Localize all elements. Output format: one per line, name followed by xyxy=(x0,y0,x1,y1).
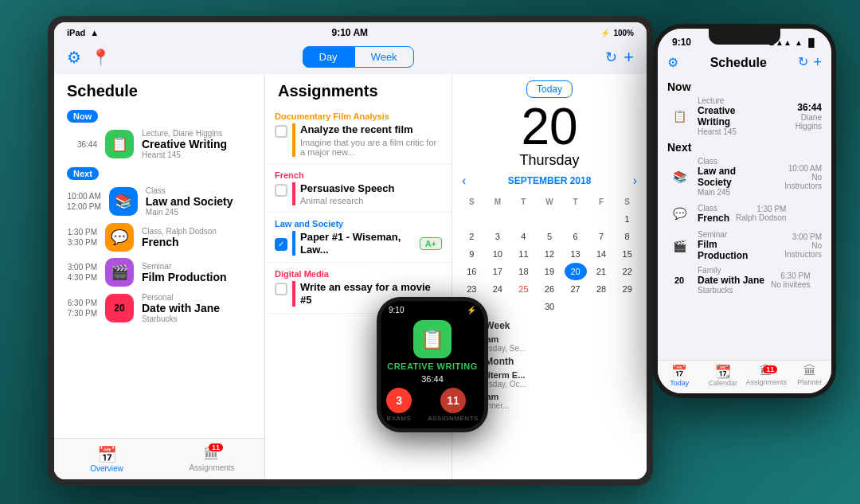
cal-day-12[interactable]: 12 xyxy=(538,245,561,263)
exam2-title: Exam xyxy=(475,392,637,401)
next-month-button[interactable]: › xyxy=(633,174,637,188)
cal-day-9[interactable]: 9 xyxy=(460,245,483,263)
cal-day-18[interactable]: 18 xyxy=(512,263,534,280)
schedule-name: Creative Writing xyxy=(142,138,252,150)
schedule-item-film[interactable]: 3:00 PM4:30 PM 🎬 Seminar Film Production xyxy=(54,255,264,290)
schedule-subtitle: Lecture, Diane Higgins xyxy=(142,129,252,138)
today-button[interactable]: Today xyxy=(526,80,573,98)
week-tab-button[interactable]: Week xyxy=(354,46,414,68)
cal-day-16[interactable]: 16 xyxy=(460,263,483,280)
cal-day-10[interactable]: 10 xyxy=(487,245,509,263)
location-icon[interactable]: 📍 xyxy=(91,48,111,67)
planner-tab-label: Planner xyxy=(797,378,822,386)
iphone-battery-icon: ▐▌ xyxy=(806,38,817,47)
cal-day-4[interactable]: 4 xyxy=(512,228,534,245)
schedule-item-law[interactable]: 10:00 AM12:00 PM 📚 Class Law and Society… xyxy=(54,183,264,220)
assignment-check-digital[interactable] xyxy=(275,283,287,295)
cal-day[interactable] xyxy=(512,210,534,228)
iphone-add-icon[interactable]: + xyxy=(813,54,822,71)
cal-day-26[interactable]: 26 xyxy=(538,280,561,298)
sync-icon[interactable]: ↻ xyxy=(605,49,617,66)
creative-writing-icon: 📋 xyxy=(105,130,134,158)
assignments-tab[interactable]: 11 🏛 Assignments xyxy=(159,442,264,476)
assignment-item-law[interactable]: Law and Society ✓ Paper #1 - Wiseman, La… xyxy=(265,213,452,263)
cal-day[interactable] xyxy=(487,210,509,228)
assignment-class-french: French xyxy=(275,170,442,180)
iphone-planner-tab[interactable]: 🏛 Planner xyxy=(788,364,832,387)
upcoming-item-midterm[interactable]: ⚑ Midterm E... Tuesday, Oc... xyxy=(462,370,637,389)
iphone-assignments-tab[interactable]: 11 🏛 Assignments xyxy=(745,364,788,387)
midterm-date: Tuesday, Oc... xyxy=(475,380,637,389)
today-tab-icon: 📅 xyxy=(671,364,687,379)
assignment-check-film[interactable] xyxy=(275,125,287,138)
day-tab-button[interactable]: Day xyxy=(303,46,354,68)
cal-day-13[interactable]: 13 xyxy=(565,245,587,263)
iphone-item-jane[interactable]: 20 Family Date with Jane Starbucks 6:30 … xyxy=(667,266,822,295)
cal-day-2[interactable]: 2 xyxy=(460,228,483,245)
cal-day-23[interactable]: 23 xyxy=(460,280,483,298)
cal-day-27[interactable]: 27 xyxy=(565,280,587,298)
schedule-time-film: 3:00 PM4:30 PM xyxy=(67,262,97,283)
schedule-item-creative-writing[interactable]: 36:44 📋 Lecture, Diane Higgins Creative … xyxy=(54,126,264,162)
cal-day-28[interactable]: 28 xyxy=(590,280,612,298)
cal-day-24[interactable]: 24 xyxy=(487,280,509,298)
iphone-gear-icon[interactable]: ⚙ xyxy=(667,55,678,70)
iphone-today-tab[interactable]: 📅 Today xyxy=(658,364,702,387)
jane-subtitle: Personal xyxy=(142,293,252,302)
cal-day-7[interactable]: 7 xyxy=(590,228,612,245)
cal-day-19[interactable]: 19 xyxy=(538,263,561,280)
cal-day-8[interactable]: 8 xyxy=(616,228,639,245)
iphone-now-section: Now xyxy=(667,80,822,93)
cal-day-14[interactable]: 14 xyxy=(590,245,612,263)
iphone-assignments-badge: 11 xyxy=(763,365,777,373)
cal-day-11[interactable]: 11 xyxy=(512,245,534,263)
iphone-creative-name: Creative Writing xyxy=(698,105,768,127)
ipad-time: 9:10 AM xyxy=(331,27,368,38)
iphone-french-detail: Ralph Dodson xyxy=(736,213,786,222)
iphone-content: Now 📋 Lecture Creative Writing Hearst 14… xyxy=(658,76,831,360)
upcoming-item-exam1[interactable]: ⚑ Exam Tuesday, Se... xyxy=(462,334,637,353)
iphone-next-section: Next xyxy=(667,141,822,154)
iphone-creative-subtitle: Lecture xyxy=(698,96,768,105)
cal-day-30[interactable]: 30 xyxy=(538,298,561,315)
upcoming-item-exam2[interactable]: ⚑ Exam Planner... xyxy=(462,392,637,410)
cal-day-21[interactable]: 21 xyxy=(590,263,612,280)
cal-day-15[interactable]: 15 xyxy=(616,245,639,263)
cal-day-17[interactable]: 17 xyxy=(487,263,509,280)
cal-day-3[interactable]: 3 xyxy=(487,228,509,245)
cal-day[interactable] xyxy=(538,210,561,228)
iphone-item-french[interactable]: 💬 Class French 1:30 PM Ralph Dodson xyxy=(667,201,822,225)
midterm-title: Midterm E... xyxy=(475,370,637,380)
iphone-item-creative[interactable]: 📋 Lecture Creative Writing Hearst 145 36… xyxy=(667,96,822,136)
iphone-creative-icon: 📋 xyxy=(667,104,691,128)
add-icon[interactable]: + xyxy=(624,47,634,68)
assignment-check-french[interactable] xyxy=(275,184,287,197)
iphone-item-law[interactable]: 📚 Class Law and Society Main 245 10:00 A… xyxy=(667,157,822,197)
watch-screen: 9:10 ⚡ 📋 CREATIVE WRITING 36:44 3 EXAMS … xyxy=(381,301,484,428)
cal-day-20-today[interactable]: 20 xyxy=(565,263,587,280)
iphone-sync-icon[interactable]: ↻ xyxy=(798,54,808,71)
gear-icon[interactable]: ⚙ xyxy=(67,48,81,67)
cal-day[interactable] xyxy=(590,210,612,228)
schedule-item-french[interactable]: 1:30 PM3:30 PM 💬 Class, Ralph Dodson Fre… xyxy=(54,220,264,255)
cal-day-29[interactable]: 29 xyxy=(616,280,639,298)
today-tab-label: Today xyxy=(670,379,689,387)
cal-day-22[interactable]: 22 xyxy=(616,263,639,280)
cal-day[interactable] xyxy=(565,210,587,228)
overview-tab[interactable]: 📅 Overview xyxy=(54,442,159,476)
cal-day-5[interactable]: 5 xyxy=(538,228,561,245)
schedule-item-jane[interactable]: 6:30 PM7:30 PM 20 Personal Date with Jan… xyxy=(54,290,264,326)
cal-day-25[interactable]: 25 xyxy=(512,280,534,298)
iphone-item-film[interactable]: 🎬 Seminar Film Production 3:00 PM No Ins… xyxy=(667,230,822,261)
assignment-item-film-analysis[interactable]: Documentary Film Analysis Analyze the re… xyxy=(265,105,452,164)
next-badge: Next xyxy=(67,167,99,180)
cal-day-1[interactable]: 1 xyxy=(616,210,639,228)
assignment-class-digital: Digital Media xyxy=(275,269,442,279)
assignment-item-french[interactable]: French Persuasive Speech Animal research xyxy=(265,164,452,213)
cal-day[interactable] xyxy=(460,210,483,228)
assignment-grade-law: A+ xyxy=(420,237,442,250)
iphone-calendar-tab[interactable]: 📆 Calendar xyxy=(702,364,745,387)
assignment-check-law[interactable]: ✓ xyxy=(275,238,287,251)
cal-day-6[interactable]: 6 xyxy=(565,228,587,245)
assignment-desc-film: Imagine that you are a film critic for a… xyxy=(300,138,442,157)
